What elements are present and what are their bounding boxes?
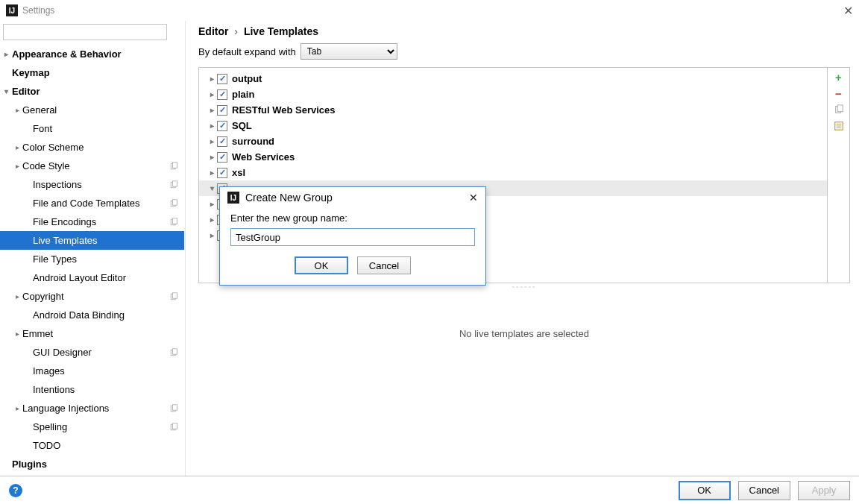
sidebar-item-label: Keymap bbox=[12, 67, 50, 78]
dialog-app-icon: IJ bbox=[227, 192, 239, 204]
expand-with-select[interactable]: Tab bbox=[301, 43, 397, 60]
sidebar-item[interactable]: ▸Copyright bbox=[0, 287, 184, 306]
sidebar-item[interactable]: ▸Appearance & Behavior bbox=[0, 45, 184, 63]
sidebar-item[interactable]: ▾Editor bbox=[0, 82, 184, 101]
window-close-button[interactable]: ✕ bbox=[843, 4, 853, 18]
sidebar-item-label: Code Style bbox=[22, 160, 70, 171]
scope-icon bbox=[169, 162, 178, 171]
dialog-prompt: Enter the new group name: bbox=[230, 212, 475, 224]
template-group-label: output bbox=[232, 73, 262, 84]
scope-icon bbox=[169, 404, 178, 413]
sidebar-item[interactable]: Keymap bbox=[0, 63, 184, 82]
chevron-right-icon: ▸ bbox=[12, 292, 22, 300]
sidebar-item-label: Android Layout Editor bbox=[33, 272, 126, 283]
copy-template-button[interactable] bbox=[833, 104, 845, 116]
sidebar-item[interactable]: Inspections bbox=[0, 175, 184, 194]
sidebar-item-label: Inspections bbox=[33, 179, 82, 190]
sidebar-item[interactable]: Font bbox=[0, 119, 184, 138]
chevron-right-icon: ▸ bbox=[207, 106, 217, 114]
apply-button[interactable]: Apply bbox=[798, 481, 850, 500]
template-checkbox[interactable] bbox=[217, 105, 227, 116]
sidebar-item-label: Android Data Binding bbox=[33, 309, 125, 321]
template-group-row[interactable]: ▸SQL bbox=[199, 118, 827, 133]
chevron-right-icon: ▸ bbox=[207, 153, 217, 161]
template-group-row[interactable]: ▸output bbox=[199, 71, 827, 86]
template-group-row[interactable]: ▸RESTful Web Services bbox=[199, 102, 827, 118]
sidebar-item-label: File Types bbox=[33, 253, 77, 265]
sidebar-item-label: Language Injections bbox=[22, 403, 109, 414]
sidebar-item-label: Images bbox=[33, 365, 65, 377]
chevron-right-icon: ▸ bbox=[207, 75, 217, 83]
sidebar-item-label: Color Scheme bbox=[22, 142, 84, 153]
sidebar-item[interactable]: Live Templates bbox=[0, 231, 184, 250]
help-button[interactable]: ? bbox=[9, 484, 22, 497]
sidebar-item[interactable]: GUI Designer bbox=[0, 343, 184, 362]
template-checkbox[interactable] bbox=[217, 74, 227, 84]
add-template-button[interactable]: + bbox=[833, 71, 845, 83]
sidebar-item-label: Font bbox=[33, 123, 52, 134]
chevron-right-icon: ▸ bbox=[207, 231, 217, 239]
chevron-right-icon: ▸ bbox=[207, 90, 217, 98]
scope-icon bbox=[169, 292, 178, 301]
paste-template-button[interactable] bbox=[833, 120, 845, 132]
chevron-right-icon: ▸ bbox=[12, 143, 22, 151]
sidebar-item-label: General bbox=[22, 104, 57, 116]
chevron-right-icon: ▸ bbox=[12, 106, 22, 114]
chevron-right-icon: ▸ bbox=[207, 122, 217, 130]
sidebar-item[interactable]: Android Layout Editor bbox=[0, 268, 184, 287]
template-group-row[interactable]: ▸plain bbox=[199, 86, 827, 102]
breadcrumb-sep: › bbox=[234, 25, 238, 37]
sidebar-item[interactable]: TODO bbox=[0, 436, 184, 455]
template-group-label: RESTful Web Services bbox=[232, 104, 335, 116]
sidebar-item[interactable]: Spelling bbox=[0, 418, 184, 436]
dialog-close-button[interactable]: ✕ bbox=[469, 192, 478, 204]
template-group-label: xsl bbox=[232, 167, 245, 178]
chevron-right-icon: ▸ bbox=[207, 137, 217, 145]
svg-rect-13 bbox=[173, 348, 177, 354]
dialog-footer: ? OK Cancel Apply bbox=[0, 476, 859, 504]
sidebar-item[interactable]: File Encodings bbox=[0, 212, 184, 231]
sidebar-item[interactable]: Android Data Binding bbox=[0, 306, 184, 324]
sidebar-item[interactable]: ▸Language Injections bbox=[0, 399, 184, 418]
cancel-button[interactable]: Cancel bbox=[738, 481, 790, 500]
sidebar-item-label: Intentions bbox=[33, 384, 75, 395]
svg-rect-3 bbox=[173, 162, 177, 168]
sidebar-item[interactable]: ▸General bbox=[0, 101, 184, 119]
sidebar-item[interactable]: Images bbox=[0, 362, 184, 380]
sidebar-item[interactable]: Intentions bbox=[0, 380, 184, 399]
template-checkbox[interactable] bbox=[217, 136, 227, 147]
dialog-ok-button[interactable]: OK bbox=[295, 256, 348, 274]
sidebar-item-label: Editor bbox=[12, 86, 40, 97]
chevron-right-icon: ▸ bbox=[12, 330, 22, 338]
sidebar-item[interactable]: File Types bbox=[0, 250, 184, 268]
app-icon: IJ bbox=[6, 4, 18, 16]
template-checkbox[interactable] bbox=[217, 152, 227, 163]
sidebar-item-label: TODO bbox=[33, 440, 60, 451]
breadcrumb-part[interactable]: Editor bbox=[198, 25, 228, 37]
template-checkbox[interactable] bbox=[217, 121, 227, 131]
sidebar-item[interactable]: ▸Emmet bbox=[0, 324, 184, 343]
titlebar: IJ Settings ✕ bbox=[0, 0, 859, 21]
chevron-right-icon: ▸ bbox=[12, 404, 22, 412]
svg-rect-5 bbox=[173, 180, 177, 186]
sidebar-item-label: Spelling bbox=[33, 421, 67, 432]
settings-tree[interactable]: ▸Appearance & BehaviorKeymap▾Editor▸Gene… bbox=[0, 43, 184, 476]
settings-sidebar: ▸Appearance & BehaviorKeymap▾Editor▸Gene… bbox=[0, 21, 185, 476]
template-checkbox[interactable] bbox=[217, 168, 227, 178]
sidebar-item[interactable]: File and Code Templates bbox=[0, 194, 184, 212]
chevron-right-icon: ▸ bbox=[207, 168, 217, 177]
sidebar-item[interactable]: Plugins bbox=[0, 455, 184, 473]
template-group-row[interactable]: ▸surround bbox=[199, 133, 827, 149]
template-checkbox[interactable] bbox=[217, 89, 227, 100]
group-name-input[interactable] bbox=[230, 228, 475, 246]
template-group-row[interactable]: ▸Web Services bbox=[199, 149, 827, 165]
sidebar-item[interactable]: ▸Color Scheme bbox=[0, 138, 184, 157]
dialog-cancel-button[interactable]: Cancel bbox=[357, 256, 411, 274]
template-group-row[interactable]: ▸xsl bbox=[199, 165, 827, 180]
svg-rect-15 bbox=[173, 404, 177, 410]
window-title: Settings bbox=[22, 5, 54, 16]
remove-template-button[interactable]: − bbox=[833, 87, 845, 99]
ok-button[interactable]: OK bbox=[679, 481, 731, 500]
settings-search-input[interactable] bbox=[3, 24, 167, 40]
sidebar-item[interactable]: ▸Code Style bbox=[0, 157, 184, 175]
